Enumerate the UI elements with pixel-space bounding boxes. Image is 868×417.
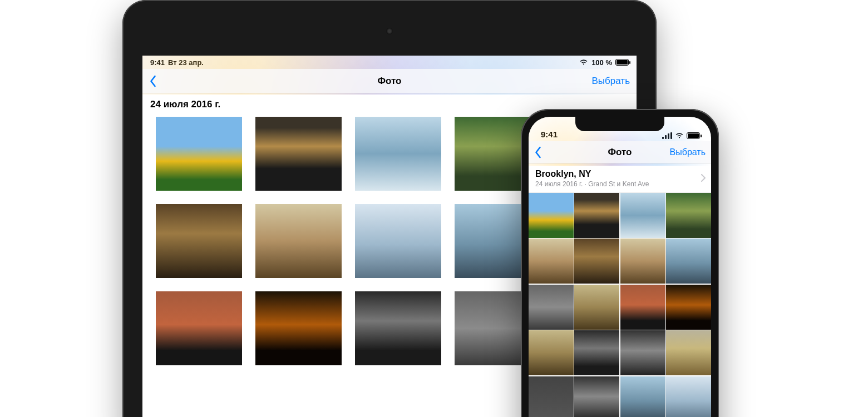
- select-button[interactable]: Выбрать: [592, 76, 630, 87]
- photo-thumbnail[interactable]: [574, 285, 619, 330]
- photo-thumbnail[interactable]: [355, 291, 441, 365]
- iphone-screen: 9:41 Фото Выбрать: [529, 117, 711, 417]
- wifi-icon: [675, 132, 684, 139]
- photo-thumbnail[interactable]: [620, 330, 665, 375]
- photo-thumbnail[interactable]: [156, 204, 242, 278]
- status-date: Вт 23 апр.: [168, 58, 204, 67]
- photo-thumbnail[interactable]: [529, 193, 574, 238]
- section-location: Brooklyn, NY: [535, 169, 704, 179]
- svg-rect-2: [668, 133, 669, 139]
- iphone-photo-grid: [529, 193, 711, 417]
- svg-rect-1: [665, 135, 667, 139]
- chevron-right-icon: [701, 174, 706, 182]
- ipad-camera: [386, 28, 393, 34]
- photo-thumbnail[interactable]: [620, 376, 665, 418]
- photo-thumbnail[interactable]: [620, 239, 665, 284]
- photo-thumbnail[interactable]: [574, 239, 619, 284]
- photo-thumbnail[interactable]: [529, 376, 574, 418]
- photo-thumbnail[interactable]: [666, 285, 711, 330]
- svg-rect-3: [670, 132, 672, 139]
- photo-thumbnail[interactable]: [529, 285, 574, 330]
- iphone-nav-bar: Фото Выбрать: [529, 141, 711, 163]
- iphone-device-frame: 9:41 Фото Выбрать: [521, 109, 719, 417]
- photo-thumbnail[interactable]: [255, 117, 342, 191]
- back-button[interactable]: [534, 146, 541, 158]
- photo-thumbnail[interactable]: [574, 193, 619, 238]
- photo-thumbnail[interactable]: [156, 291, 242, 365]
- section-header[interactable]: Brooklyn, NY 24 июля 2016 г. · Grand St …: [529, 163, 711, 193]
- photo-thumbnail[interactable]: [156, 117, 242, 191]
- battery-pct: 100 %: [591, 58, 612, 67]
- photo-thumbnail[interactable]: [574, 376, 619, 418]
- photo-thumbnail[interactable]: [666, 193, 711, 238]
- svg-rect-0: [662, 137, 664, 139]
- battery-icon: [615, 59, 629, 66]
- back-button[interactable]: [149, 75, 156, 87]
- battery-icon: [687, 132, 700, 139]
- photo-thumbnail[interactable]: [255, 204, 342, 278]
- photo-thumbnail[interactable]: [666, 330, 711, 375]
- photo-thumbnail[interactable]: [574, 330, 619, 375]
- select-button[interactable]: Выбрать: [670, 147, 706, 157]
- photo-thumbnail[interactable]: [666, 376, 711, 418]
- ipad-nav-bar: Фото Выбрать: [142, 69, 637, 93]
- cellular-icon: [662, 132, 672, 139]
- status-time: 9:41: [541, 130, 558, 139]
- status-time: 9:41: [150, 58, 165, 67]
- nav-title: Фото: [142, 76, 637, 87]
- photo-thumbnail[interactable]: [255, 291, 342, 365]
- photo-thumbnail[interactable]: [620, 193, 665, 238]
- photo-thumbnail[interactable]: [355, 117, 441, 191]
- photo-thumbnail[interactable]: [620, 285, 665, 330]
- photo-thumbnail[interactable]: [355, 204, 441, 278]
- photo-thumbnail[interactable]: [666, 239, 711, 284]
- section-subtitle: 24 июля 2016 г. · Grand St и Kent Ave: [535, 180, 704, 188]
- iphone-notch: [575, 117, 664, 131]
- photo-thumbnail[interactable]: [529, 330, 574, 375]
- photo-thumbnail[interactable]: [529, 239, 574, 284]
- ipad-status-bar: 9:41 Вт 23 апр. 100 %: [142, 56, 637, 69]
- wifi-icon: [579, 59, 588, 66]
